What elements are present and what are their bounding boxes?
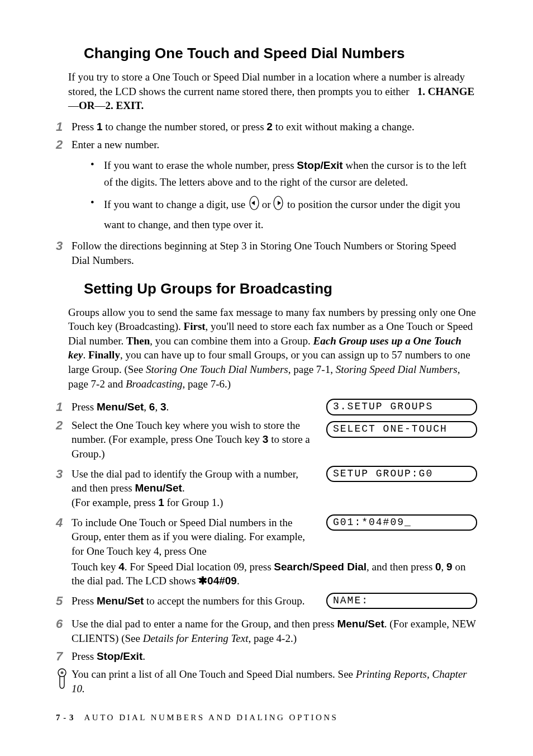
text: , and then press: [367, 561, 435, 573]
bullet-text: If you want to erase the whole number, p…: [104, 157, 477, 191]
text: for Group 1.): [164, 497, 223, 508]
steps-2-row-4: 4 To include One Touch or Speed Dial num…: [56, 513, 477, 562]
step-number: 4: [56, 516, 72, 559]
text-bold: 2: [266, 121, 273, 133]
text: Press: [72, 595, 97, 607]
svg-marker-3: [278, 201, 281, 205]
text: (For example, press: [72, 497, 158, 508]
lcd-display-3: SETUP GROUP:G0: [326, 466, 477, 483]
text-bold: Menu/Set: [135, 482, 182, 494]
text: ,: [144, 401, 149, 413]
text: Press: [72, 650, 97, 662]
text: .: [182, 482, 185, 494]
footer-title: AUTO DIAL NUMBERS AND DIALING OPTIONS: [84, 713, 339, 722]
text-bold: Then: [126, 335, 150, 347]
right-arrow-icon: [273, 195, 284, 216]
heading-changing: Changing One Touch and Speed Dial Number…: [84, 45, 477, 62]
step-number-blank: [56, 560, 72, 588]
text-bold: Menu/Set: [337, 618, 384, 630]
bullet-dot: •: [91, 195, 104, 233]
svg-marker-1: [251, 201, 255, 205]
step-2-4-top: 4 To include One Touch or Speed Dial num…: [56, 516, 316, 559]
text: ,: [155, 401, 160, 413]
intro-para-2: Groups allow you to send the same fax me…: [68, 305, 477, 391]
text: . For Speed Dial location 09, press: [125, 561, 274, 573]
step-2-6: 6 Use the dial pad to enter a name for t…: [56, 617, 477, 645]
text-bold: 1: [97, 121, 103, 133]
text: , you can combine them into a Group.: [150, 335, 313, 347]
step-text: Press Menu/Set, 6, 3.: [72, 400, 316, 414]
bullet-list: • If you want to erase the whole number,…: [91, 157, 477, 234]
step-number: 2: [56, 138, 72, 152]
text: .: [237, 575, 240, 587]
text-bold: 3: [263, 433, 269, 445]
text: You can print a list of all One Touch an…: [72, 668, 356, 680]
step-text: Press Stop/Exit.: [72, 649, 477, 664]
text-bold: Menu/Set: [97, 401, 144, 413]
step-text: Use the dial pad to identify the Group w…: [72, 467, 316, 510]
steps-2-row-5: 5 Press Menu/Set to accept the numbers f…: [56, 592, 477, 615]
text: to change the number stored, or press: [102, 121, 266, 133]
text-bold: 1: [158, 497, 164, 508]
text: or: [262, 199, 274, 211]
text: If you want to change a digit, use: [104, 199, 248, 211]
steps-2-row-3: 3 Use the dial pad to identify the Group…: [56, 465, 477, 513]
bullet-text: If you want to change a digit, use or to…: [104, 195, 477, 233]
step-text: Select the One Touch key where you wish …: [72, 418, 316, 461]
steps-2-row-1-2: 1 Press Menu/Set, 6, 3. 2 Select the One…: [56, 398, 477, 464]
step-text: Use the dial pad to enter a name for the…: [72, 617, 477, 645]
text-bold: 2. EXIT.: [106, 100, 144, 111]
step-number: 1: [56, 400, 72, 414]
text-bold: Stop/Exit: [297, 159, 342, 171]
text: —: [68, 100, 79, 111]
step-text: Press Menu/Set to accept the numbers for…: [72, 594, 316, 608]
bullet-item: • If you want to change a digit, use or …: [91, 195, 477, 233]
bullet-dot: •: [91, 157, 104, 191]
text: Use the dial pad to enter a name for the…: [72, 618, 337, 630]
text-italic: Storing Speed Dial Numbers: [336, 363, 458, 375]
step-number: 3: [56, 239, 72, 267]
text-bold: First: [184, 320, 206, 332]
text: Press: [72, 121, 97, 133]
text: If you want to erase the whole number, p…: [104, 159, 297, 171]
text: , page 7-6.): [183, 378, 231, 390]
text-bold: OR: [79, 100, 95, 111]
note-icon: [56, 667, 72, 696]
text: .: [166, 401, 169, 413]
left-arrow-icon: [248, 195, 259, 216]
text: to exit without making a change.: [273, 121, 415, 133]
text-bold: 04#09: [207, 575, 237, 587]
step-2-4-bottom: Touch key 4. For Speed Dial location 09,…: [56, 560, 477, 588]
text: If you try to store a One Touch or Speed…: [68, 71, 465, 97]
intro-para-1: If you try to store a One Touch or Speed…: [68, 70, 477, 113]
lcd-display-1: 3.SETUP GROUPS: [326, 399, 477, 415]
text-italic: Details for Entering Text: [143, 632, 249, 644]
step-2-1: 1 Press Menu/Set, 6, 3.: [56, 400, 316, 414]
step-text: Follow the directions beginning at Step …: [72, 239, 477, 267]
text-bold: Search/Speed Dial: [274, 561, 367, 573]
svg-point-5: [61, 672, 64, 674]
text-bold: Finally: [88, 349, 120, 361]
text: —: [95, 100, 106, 111]
text: ,: [441, 561, 447, 573]
step-1-1: 1 Press 1 to change the number stored, o…: [56, 120, 477, 134]
step-number: 2: [56, 418, 72, 461]
note-text: You can print a list of all One Touch an…: [72, 667, 477, 696]
text: Use the dial pad to identify the Group w…: [72, 468, 298, 494]
note-block: You can print a list of all One Touch an…: [56, 667, 477, 696]
text: to accept the numbers for this Group.: [144, 595, 304, 607]
page: Changing One Touch and Speed Dial Number…: [0, 0, 533, 756]
text-bold: 9: [446, 561, 453, 573]
step-text: Press 1 to change the number stored, or …: [72, 120, 477, 134]
star-icon: ✱: [198, 574, 207, 588]
step-text: Touch key 4. For Speed Dial location 09,…: [72, 560, 477, 588]
text-italic: Broadcasting: [126, 378, 183, 390]
text-bold: 6: [149, 401, 155, 413]
text-bold: 4: [118, 561, 125, 573]
step-text: Enter a new number.: [72, 138, 477, 152]
heading-groups: Setting Up Groups for Broadcasting: [84, 280, 477, 297]
text-bold: 0: [435, 561, 441, 573]
page-footer: 7 - 3AUTO DIAL NUMBERS AND DIALING OPTIO…: [56, 713, 338, 722]
lcd-display-4: G01:*04#09_: [326, 514, 477, 531]
text: , page 7-1,: [288, 363, 336, 375]
